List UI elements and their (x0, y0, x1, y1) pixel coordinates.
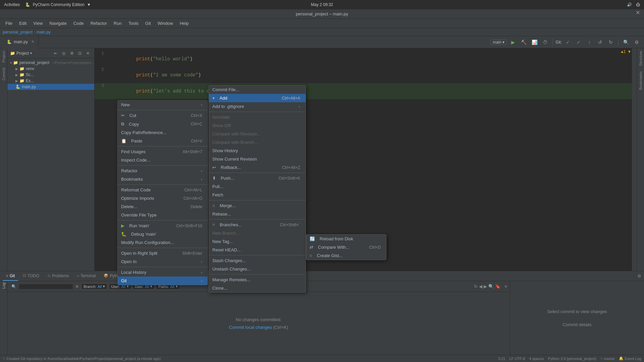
git-forward[interactable]: ↻ (606, 38, 615, 47)
git-log-bookmark-button[interactable]: 🔖 (495, 284, 500, 289)
ctx-openin[interactable]: Open In › (118, 257, 208, 266)
git-check2[interactable]: ✓ (574, 38, 583, 47)
tab-problems[interactable]: ⚠ Problems (44, 272, 72, 281)
python-interpreter[interactable]: Python 3.9 (personal_project) (548, 357, 596, 361)
git-log-next-button[interactable]: ▶ (484, 284, 487, 289)
ctx-new[interactable]: New › (118, 101, 208, 109)
volume-icon[interactable]: 🔊 (627, 2, 632, 7)
ctx-findusages[interactable]: Find Usages Alt+Shift+7 (118, 147, 208, 156)
bookmarks-tab-label[interactable]: Bookmarks (638, 69, 644, 93)
tree-venv[interactable]: ▶ 📁 venv (7, 66, 94, 72)
git-panel-settings-button[interactable]: ⚙ (637, 274, 641, 279)
coverage-button[interactable]: 📊 (530, 38, 539, 47)
git-creategist[interactable]: ○ Create Gist... (306, 251, 386, 260)
git-branch-indicator[interactable]: ⑂ master (600, 357, 615, 361)
dropdown-icon[interactable]: ▼ (87, 2, 91, 7)
git-branches[interactable]: ⑂ Branches... Ctrl+Shift+` (209, 221, 306, 229)
git-log-prev-button[interactable]: ◀ (479, 284, 482, 289)
settings-button[interactable]: ⚙ (632, 38, 641, 47)
git-addtogitignore[interactable]: Add to .gitignore › (209, 102, 306, 111)
tree-root[interactable]: ▾ 📁 personal_project ~/PycharmProjects/p… (7, 60, 94, 66)
menu-code[interactable]: Code (71, 20, 87, 26)
breadcrumb-file[interactable]: main.py (37, 30, 51, 35)
collapse-all-button[interactable]: ⇤ (52, 50, 59, 57)
git-clone[interactable]: Clone... (209, 284, 306, 292)
ctx-copypath[interactable]: Copy Path/Reference... (118, 128, 208, 137)
git-add[interactable]: + Add Ctrl+Alt+A (209, 94, 306, 102)
git-search-input[interactable] (19, 284, 73, 289)
menu-window[interactable]: Window (155, 20, 176, 26)
ctx-git[interactable]: Git › (118, 277, 208, 285)
panel-settings-button[interactable]: ⚙ (68, 50, 75, 57)
breadcrumb-project[interactable]: personal_project (3, 30, 33, 35)
ctx-bookmarks[interactable]: Bookmarks › (118, 175, 208, 183)
git-showcurrentrevision[interactable]: Show Current Revision (209, 155, 306, 163)
branch-select[interactable]: Branch: All ▾ (81, 283, 107, 290)
git-resethead[interactable]: Reset HEAD... (209, 246, 306, 254)
project-tab[interactable]: Project (0, 48, 7, 65)
git-log-label[interactable]: Log (1, 281, 6, 290)
git-rebase[interactable]: Rebase... (209, 210, 306, 218)
activities-label[interactable]: Activities (4, 2, 20, 7)
position-indicator[interactable]: 3:21 (498, 357, 505, 361)
commit-tab-label[interactable]: Commit (1, 65, 7, 83)
ctx-reformatcode[interactable]: Reformat Code Ctrl+Alt+L (118, 186, 208, 194)
menu-run[interactable]: Run (111, 20, 124, 26)
git-log-more-button[interactable]: ≡ (504, 284, 507, 289)
menu-file[interactable]: File (3, 20, 15, 26)
locate-file-button[interactable]: ◎ (60, 50, 67, 57)
menu-navigate[interactable]: Navigate (47, 20, 69, 26)
menu-refactor[interactable]: Refactor (88, 20, 110, 26)
indent-indicator[interactable]: 4 spaces (529, 357, 544, 361)
run-button[interactable]: ▶ (508, 38, 518, 47)
git-showhistory[interactable]: Show History (209, 146, 306, 155)
ctx-modifyrunconfig[interactable]: Modify Run Configuration... (118, 238, 208, 247)
git-newtag[interactable]: New Tag... (209, 237, 306, 246)
menu-git[interactable]: Git (143, 20, 154, 26)
git-manageremotes[interactable]: Manage Remotes... (209, 276, 306, 284)
ctx-localhistory[interactable]: Local History › (118, 268, 208, 277)
event-log-button[interactable]: 🔔 Event Log (619, 356, 641, 361)
commit-local-changes-link[interactable]: Commit local changes (229, 325, 272, 330)
git-stash[interactable]: Stash Changes... (209, 256, 306, 265)
git-back[interactable]: ↺ (595, 38, 605, 47)
tree-ex[interactable]: ▶ 📁 Ex... (7, 78, 94, 84)
tab-terminal[interactable]: > Terminal (73, 272, 99, 281)
ctx-delete[interactable]: Delete... Delete (118, 202, 208, 211)
ctx-optimizeimports[interactable]: Optimize Imports Ctrl+Alt+O (118, 194, 208, 202)
tab-git[interactable]: ⑂ Git (3, 272, 18, 281)
git-update[interactable]: ↑ (585, 38, 594, 47)
git-check1[interactable]: ✓ (563, 38, 573, 47)
git-log-refresh-button[interactable]: ↻ (474, 284, 478, 289)
ctx-copy[interactable]: ⧉ Copy Ctrl+C (118, 120, 208, 128)
ctx-cut[interactable]: ✂ Cut Ctrl+X (118, 111, 208, 120)
ctx-refactor[interactable]: Refactor › (118, 167, 208, 175)
project-tab-label[interactable]: Project (1, 48, 7, 65)
ctx-debug[interactable]: 🐛 Debug 'main' (118, 230, 208, 238)
menu-tools[interactable]: Tools (126, 20, 141, 26)
tree-mainpy[interactable]: 🐍 main.py (7, 84, 94, 90)
ctx-run[interactable]: ▶ Run 'main' Ctrl+Shift+F10 (118, 222, 208, 230)
ctx-overridefiletype[interactable]: Override File Type (118, 211, 208, 219)
git-reloadfromdisk[interactable]: 🔄 Reload from Disk (306, 235, 386, 243)
project-dropdown-icon[interactable]: ▾ (30, 51, 32, 55)
search-button[interactable]: 🔍 (621, 38, 631, 47)
tree-sc[interactable]: ▶ 📁 Sc... (7, 72, 94, 78)
encoding-indicator[interactable]: LF UTF-8 (509, 357, 525, 361)
ctx-inspectcode[interactable]: Inspect Code... (118, 156, 208, 164)
ctx-paste[interactable]: 📋 Paste Ctrl+V (118, 137, 208, 145)
build-button[interactable]: 🔨 (519, 38, 528, 47)
tab-todo[interactable]: ☑ TODO (19, 272, 42, 281)
panel-expand-button[interactable]: ⊡ (76, 50, 84, 57)
git-log-search-button[interactable]: 🔍 (488, 284, 494, 289)
ctx-openrightsplit[interactable]: Open in Right Split Shift+Enter (118, 249, 208, 257)
git-merge[interactable]: ⑃ Merge... (209, 201, 306, 210)
run-config-label[interactable]: main ▾ (490, 40, 507, 45)
git-unstash[interactable]: Unstash Changes... (209, 265, 306, 273)
git-pull[interactable]: Pull... (209, 182, 306, 191)
commit-tab[interactable]: Commit (0, 65, 7, 83)
menu-help[interactable]: Help (177, 20, 192, 26)
menu-view[interactable]: View (31, 20, 45, 26)
file-tab-main[interactable]: 🐍 main.py ✕ (3, 36, 39, 48)
git-commit-file[interactable]: Commit File... (209, 85, 306, 94)
